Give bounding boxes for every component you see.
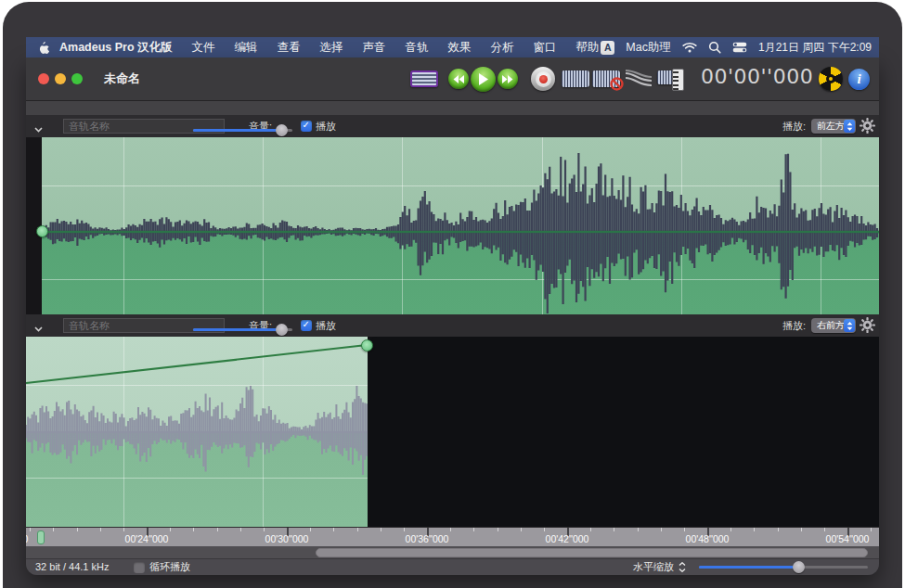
window-title: 未命名 (104, 58, 140, 100)
ruler-minor-tick (100, 528, 101, 531)
track1-header: 音量: ✓ 播放 播放: 前左方 (26, 115, 879, 137)
track-settings-gear-icon[interactable] (860, 317, 875, 335)
document-window: 未命名 (26, 58, 879, 575)
burn-cd-button[interactable] (819, 67, 843, 91)
ruler-minor-tick (53, 528, 54, 531)
screen: Amadeus Pro 汉化版 文件编辑查看选择声音音轨效果分析窗口帮助 A M… (0, 0, 905, 588)
ruler-minor-tick (264, 528, 265, 531)
ruler-minor-tick (544, 528, 545, 531)
crossfade-button[interactable] (625, 70, 653, 92)
record-button[interactable] (531, 67, 555, 91)
play-label: 播放 (316, 115, 336, 137)
ruler-minor-tick (357, 528, 358, 531)
track1-waveform-area[interactable] (26, 137, 879, 314)
track-settings-gear-icon[interactable] (860, 118, 875, 135)
info-button[interactable]: i (848, 69, 870, 90)
volume-slider[interactable] (193, 124, 292, 136)
info-glyph: i (857, 71, 860, 87)
ruler-minor-tick (404, 528, 405, 531)
pan-label: 播放: (769, 115, 806, 137)
menubar-menu-7[interactable]: 效果 (448, 40, 472, 56)
app-name[interactable]: Amadeus Pro 汉化版 (59, 40, 173, 56)
wifi-icon[interactable] (682, 42, 697, 53)
ruler-minor-tick (778, 528, 779, 531)
collapse-chevron-icon[interactable] (34, 323, 43, 334)
menubar-menu-4[interactable]: 选择 (320, 40, 343, 56)
play-label: 播放 (316, 314, 336, 337)
time-display: 00'00''000 (701, 65, 810, 88)
scrollbar-thumb[interactable] (316, 548, 868, 557)
piano-keys-icon (672, 69, 684, 91)
ruler-time-label: 00'36''000 (390, 533, 464, 544)
zoom-button[interactable] (71, 73, 83, 84)
assistant-label[interactable]: Mac助理 (626, 40, 671, 56)
input-method-icon[interactable]: A (601, 41, 614, 55)
ruler-time-label: 00'30''000 (250, 533, 324, 544)
pan-value: 前左方 (817, 119, 845, 134)
minimize-button[interactable] (55, 73, 66, 84)
waveform-edit-button[interactable] (562, 70, 589, 87)
pan-select[interactable]: 前左方 (811, 119, 856, 134)
menubar-menu-3[interactable]: 查看 (278, 40, 301, 56)
horizontal-zoom-slider[interactable] (699, 561, 868, 573)
ruler-minor-tick (498, 528, 498, 531)
ruler-minor-tick (521, 528, 522, 531)
close-button[interactable] (38, 73, 49, 84)
ruler-minor-tick (730, 528, 731, 531)
control-center-icon[interactable] (732, 42, 747, 53)
stepper-arrows-icon (844, 319, 855, 332)
envelope-handle[interactable] (36, 225, 48, 237)
menubar-menu-2[interactable]: 编辑 (235, 40, 258, 56)
track1-audio-region[interactable] (42, 137, 879, 314)
ruler-minor-tick (473, 528, 474, 531)
volume-slider[interactable] (193, 324, 292, 336)
ruler-time-label: 00'48''000 (670, 533, 744, 544)
rewind-button[interactable] (448, 69, 469, 89)
track1-waveform (42, 137, 879, 314)
play-checkbox[interactable]: ✓ (301, 320, 312, 331)
ruler-minor-tick (801, 528, 802, 531)
ruler-minor-tick (684, 528, 685, 531)
stepper-arrows-icon (844, 120, 855, 133)
zoom-stepper-icon[interactable] (679, 562, 686, 574)
tracks-view-button[interactable] (410, 70, 438, 87)
ruler-time-label: 00'24''000 (110, 533, 184, 544)
pan-value: 右前方 (817, 318, 845, 333)
denoise-button[interactable] (592, 70, 620, 87)
search-icon[interactable] (708, 41, 721, 54)
ruler-minor-tick (638, 528, 639, 531)
menubar-menu-6[interactable]: 音轨 (406, 40, 429, 56)
track2-waveform (26, 337, 368, 527)
fast-forward-button[interactable] (498, 69, 518, 89)
track2-audio-region[interactable] (26, 337, 368, 527)
envelope-handle[interactable] (361, 339, 373, 352)
ruler-minor-tick (871, 528, 872, 531)
menu-bar-status: A Mac助理 (601, 40, 879, 56)
play-button[interactable] (471, 67, 496, 92)
time-ruler[interactable]: 00'18''00000'24''00000'30''00000'36''000… (26, 527, 879, 547)
play-checkbox[interactable]: ✓ (301, 121, 312, 132)
sample-format-label: 32 bit / 44.1 kHz (35, 559, 110, 575)
pan-label: 播放: (769, 314, 806, 337)
menubar-menu-1[interactable]: 文件 (192, 40, 215, 56)
pan-select[interactable]: 右前方 (811, 318, 856, 333)
title-bar: 未命名 (26, 58, 879, 101)
horizontal-scrollbar[interactable] (26, 546, 879, 558)
collapse-chevron-icon[interactable] (34, 123, 43, 134)
loop-checkbox[interactable]: ✓ (134, 562, 145, 573)
zoom-label: 水平缩放 (629, 559, 674, 575)
ruler-minor-tick (754, 528, 755, 531)
ruler-minor-tick (450, 528, 451, 531)
menubar-menu-8[interactable]: 分析 (491, 40, 514, 56)
track2-waveform-area[interactable] (26, 337, 879, 527)
ruler-minor-tick (217, 528, 218, 531)
menubar-menu-5[interactable]: 声音 (363, 40, 386, 56)
apple-menu-icon[interactable] (37, 41, 49, 55)
ruler-minor-tick (614, 528, 614, 531)
ruler-minor-tick (77, 528, 78, 531)
menubar-menu-9[interactable]: 窗口 (534, 40, 557, 56)
menu-bar-clock[interactable]: 1月21日 周四 下午2:09 (758, 40, 872, 56)
ruler-time-label: 00'42''000 (530, 533, 604, 544)
menubar-menu-10[interactable]: 帮助 (576, 40, 600, 56)
ruler-minor-tick (590, 528, 591, 531)
